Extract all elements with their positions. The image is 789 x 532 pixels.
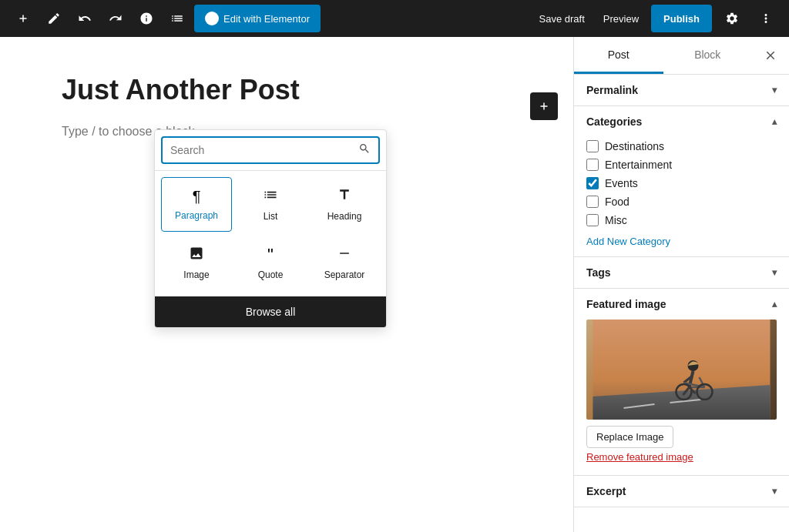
quote-icon: " — [267, 245, 274, 265]
edit-with-elementor-button[interactable]: Edit with Elementor — [194, 5, 321, 32]
tags-chevron-down-icon: ▾ — [772, 267, 777, 278]
category-misc-checkbox[interactable] — [586, 214, 599, 226]
category-food-checkbox[interactable] — [586, 196, 599, 208]
tags-header[interactable]: Tags ▾ — [574, 257, 789, 288]
add-block-toolbar-button[interactable] — [9, 5, 37, 32]
categories-chevron-up-icon: ▴ — [772, 116, 777, 127]
block-item-list[interactable]: List — [235, 177, 306, 232]
featured-image-label: Featured image — [586, 298, 666, 310]
section-categories: Categories ▴ Destinations Entertainment — [574, 106, 789, 257]
block-picker-search-wrapper — [155, 130, 386, 171]
preview-button[interactable]: Preview — [597, 13, 645, 25]
editor-content: Just Another Post Type / to choose a blo… — [0, 37, 573, 532]
svg-line-12 — [683, 387, 690, 395]
toolbar: Edit with Elementor Save draft Preview P… — [0, 0, 789, 37]
block-picker: ¶ Paragraph List — [154, 129, 387, 328]
block-item-paragraph[interactable]: ¶ Paragraph — [161, 177, 232, 232]
publish-button[interactable]: Publish — [651, 5, 712, 32]
quote-label: Quote — [258, 269, 284, 280]
image-label: Image — [183, 269, 209, 280]
main-layout: Just Another Post Type / to choose a blo… — [0, 37, 789, 532]
undo-button[interactable] — [71, 5, 99, 32]
add-new-category-button[interactable]: Add New Category — [586, 236, 670, 247]
categories-content: Destinations Entertainment Events Food — [574, 137, 789, 256]
sidebar-header: Post Block — [574, 37, 789, 75]
excerpt-header[interactable]: Excerpt ▾ — [574, 476, 789, 507]
svg-line-5 — [690, 371, 693, 387]
elementor-button-label: Edit with Elementor — [223, 13, 310, 25]
info-button[interactable] — [133, 5, 160, 32]
add-block-floating-button[interactable] — [530, 92, 558, 120]
section-tags: Tags ▾ — [574, 257, 789, 289]
elementor-circle-icon — [205, 12, 219, 25]
settings-button[interactable] — [718, 5, 746, 32]
redo-button[interactable] — [102, 5, 129, 32]
browse-all-button[interactable]: Browse all — [155, 296, 386, 327]
category-entertainment-checkbox[interactable] — [586, 159, 599, 171]
heading-icon — [337, 187, 352, 206]
search-inner — [161, 136, 380, 164]
image-icon — [189, 246, 204, 265]
svg-line-6 — [684, 376, 692, 383]
block-grid: ¶ Paragraph List — [155, 171, 386, 296]
block-item-separator[interactable]: Separator — [309, 235, 380, 290]
featured-image-header[interactable]: Featured image ▴ — [574, 289, 789, 320]
replace-image-button[interactable]: Replace Image — [586, 426, 673, 448]
search-icon — [358, 142, 371, 158]
category-destinations-label[interactable]: Destinations — [605, 140, 664, 152]
block-item-quote[interactable]: " Quote — [235, 235, 306, 290]
toolbar-left: Edit with Elementor — [9, 5, 321, 32]
remove-featured-image-button[interactable]: Remove featured image — [586, 448, 693, 466]
edit-pen-button[interactable] — [40, 5, 68, 32]
section-excerpt: Excerpt ▾ — [574, 476, 789, 507]
permalink-label: Permalink — [586, 84, 638, 96]
category-list: Destinations Entertainment Events Food — [586, 137, 777, 229]
section-permalink: Permalink ▾ — [574, 75, 789, 106]
category-events-label[interactable]: Events — [605, 177, 638, 189]
tab-post[interactable]: Post — [574, 38, 663, 74]
category-entertainment-label[interactable]: Entertainment — [605, 159, 672, 171]
list-view-button[interactable] — [163, 5, 191, 32]
post-title[interactable]: Just Another Post — [62, 74, 512, 106]
toolbar-right: Save draft Preview Publish — [533, 5, 780, 32]
save-draft-button[interactable]: Save draft — [533, 13, 591, 25]
tab-block[interactable]: Block — [663, 38, 753, 74]
list-item: Food — [586, 192, 777, 211]
block-item-image[interactable]: Image — [161, 235, 232, 290]
separator-label: Separator — [324, 269, 365, 280]
block-search-input[interactable] — [170, 144, 352, 156]
list-item: Misc — [586, 211, 777, 229]
more-options-button[interactable] — [752, 5, 780, 32]
block-item-heading[interactable]: Heading — [309, 177, 380, 232]
list-icon — [263, 187, 278, 206]
permalink-header[interactable]: Permalink ▾ — [574, 75, 789, 105]
permalink-chevron-down-icon: ▾ — [772, 85, 777, 95]
category-events-checkbox[interactable] — [586, 177, 599, 189]
list-item: Entertainment — [586, 156, 777, 174]
list-label: List — [264, 211, 278, 222]
section-featured-image: Featured image ▴ — [574, 289, 789, 476]
sidebar: Post Block Permalink ▾ Categories ▴ — [573, 37, 789, 532]
category-food-label[interactable]: Food — [605, 196, 630, 208]
tags-label: Tags — [586, 266, 611, 279]
svg-line-13 — [690, 387, 696, 393]
featured-image-content: Replace Image Remove featured image — [574, 320, 789, 475]
svg-line-3 — [670, 400, 701, 403]
categories-header[interactable]: Categories ▴ — [574, 106, 789, 137]
list-item: Destinations — [586, 137, 777, 156]
featured-image-thumbnail — [586, 320, 777, 420]
list-item: Events — [586, 174, 777, 192]
excerpt-label: Excerpt — [586, 485, 626, 497]
featured-image-chevron-up-icon: ▴ — [772, 299, 777, 309]
paragraph-label: Paragraph — [175, 210, 218, 221]
paragraph-icon: ¶ — [193, 188, 201, 206]
category-destinations-checkbox[interactable] — [586, 140, 599, 152]
separator-icon — [337, 246, 352, 265]
close-sidebar-button[interactable] — [755, 40, 786, 71]
excerpt-chevron-down-icon: ▾ — [772, 486, 777, 497]
categories-label: Categories — [586, 115, 642, 128]
heading-label: Heading — [327, 211, 362, 222]
category-misc-label[interactable]: Misc — [605, 214, 627, 226]
svg-point-10 — [677, 384, 692, 400]
featured-image-svg — [586, 320, 777, 420]
